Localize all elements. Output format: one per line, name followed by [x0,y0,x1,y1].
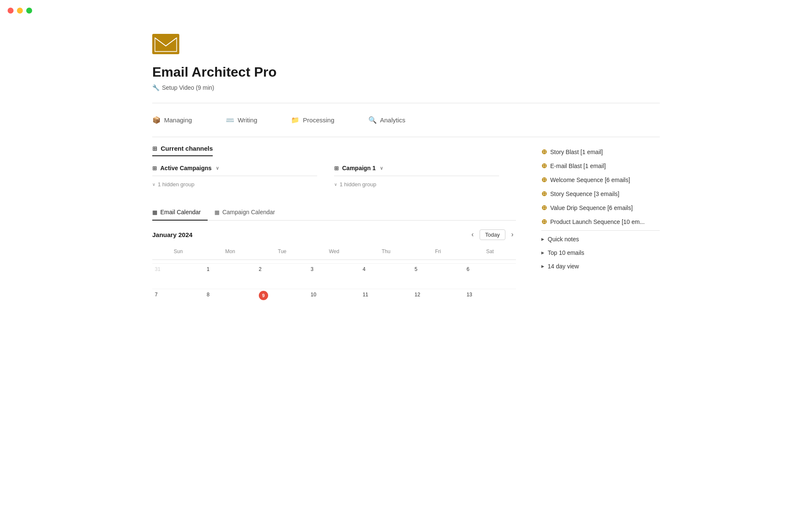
cal-day-13[interactable]: 13 [464,289,516,314]
day-thu: Thu [360,247,412,256]
campaign1-title[interactable]: ⊞ Campaign 1 ∨ [334,165,499,176]
campaign1-icon: ⊞ [334,165,339,171]
channels-icon: ⊞ [152,145,157,152]
current-channels-label: Current channels [161,145,213,152]
day-sun: Sun [152,247,204,256]
day-wed: Wed [308,247,360,256]
day-fri: Fri [412,247,464,256]
sequence-story[interactable]: ⊕ Story Sequence [3 emails] [541,187,660,201]
sequence-welcome-label: Welcome Sequence [6 emails] [550,177,630,183]
calendar-tabs: ▦ Email Calendar ▦ Campaign Calendar [152,204,516,221]
plus-icon-1: ⊕ [541,162,547,170]
campaign1-hidden-chevron: ∨ [334,182,337,187]
current-channels-header: ⊞ Current channels [152,145,213,156]
analytics-icon: 🔍 [368,116,377,124]
top-emails-label: Top 10 emails [548,249,584,256]
expandable-14-day[interactable]: ▶ 14 day view [541,260,660,273]
active-campaigns-hidden-group[interactable]: ∨ 1 hidden group [152,181,317,188]
sequence-story-blast[interactable]: ⊕ Story Blast [1 email] [541,145,660,159]
cal-day-7[interactable]: 7 [152,289,204,314]
prev-month-button[interactable]: ‹ [469,229,476,240]
sequence-welcome[interactable]: ⊕ Welcome Sequence [6 emails] [541,173,660,187]
tab-processing-label: Processing [303,116,334,124]
active-campaigns-title[interactable]: ⊞ Active Campaigns ∨ [152,165,317,176]
campaign1-chevron: ∨ [380,166,383,171]
cal-day-dec31: 31 [152,263,204,289]
cal-day-3[interactable]: 3 [308,263,360,289]
app-title: Email Architect Pro [152,64,660,80]
cal-day-10[interactable]: 10 [308,289,360,314]
tab-analytics-label: Analytics [380,116,406,124]
window-controls [8,8,32,14]
main-content: Email Architect Pro 🔧 Setup Video (9 min… [110,0,702,340]
sequence-product-launch[interactable]: ⊕ Product Launch Sequence [10 em... [541,215,660,229]
calendar-section: ▦ Email Calendar ▦ Campaign Calendar Jan… [152,204,516,314]
cal-day-5[interactable]: 5 [412,263,464,289]
cal-day-8[interactable]: 8 [204,289,256,314]
expandable-quick-notes[interactable]: ▶ Quick notes [541,232,660,246]
cal-day-1[interactable]: 1 [204,263,256,289]
active-campaigns-chevron: ∨ [216,166,219,171]
left-col: ⊞ Current channels ⊞ Active Campaigns ∨ … [152,145,516,314]
campaign-cal-icon: ▦ [214,209,219,215]
calendar-grid: 31 1 2 3 4 5 6 7 8 9 10 11 12 13 [152,263,516,314]
plus-icon-3: ⊕ [541,190,547,198]
plus-icon-2: ⊕ [541,176,547,184]
tab-campaign-calendar[interactable]: ▦ Campaign Calendar [214,204,282,221]
campaign1-block: ⊞ Campaign 1 ∨ ∨ 1 hidden group [334,165,516,188]
today-button[interactable]: Today [480,229,505,240]
email-cal-icon: ▦ [152,209,157,215]
cal-day-6[interactable]: 6 [464,263,516,289]
minimize-button[interactable] [17,8,23,14]
nav-divider [152,137,660,137]
tab-writing[interactable]: ⌨️ Writing [226,111,257,129]
campaign1-hidden-label: 1 hidden group [340,181,376,188]
sequence-value-drip[interactable]: ⊕ Value Drip Sequence [6 emails] [541,201,660,215]
right-col: ⊕ Story Blast [1 email] ⊕ E-mail Blast [… [516,145,660,314]
two-col-layout: ⊞ Current channels ⊞ Active Campaigns ∨ … [152,145,660,314]
tab-managing[interactable]: 📦 Managing [152,111,192,129]
expandable-top-emails[interactable]: ▶ Top 10 emails [541,246,660,260]
next-month-button[interactable]: › [509,229,516,240]
sidebar-divider [541,230,660,231]
campaign1-hidden-group[interactable]: ∨ 1 hidden group [334,181,499,188]
active-campaigns-hidden-label: 1 hidden group [158,181,195,188]
hidden-group-chevron: ∨ [152,182,155,187]
calendar-nav: ‹ Today › [469,229,516,240]
sequence-story-label: Story Sequence [3 emails] [550,190,619,197]
calendar-header: January 2024 ‹ Today › [152,229,516,240]
day-tue: Tue [256,247,308,256]
tab-writing-label: Writing [238,116,257,124]
plus-icon-5: ⊕ [541,218,547,226]
tab-analytics[interactable]: 🔍 Analytics [368,111,406,129]
cal-day-11[interactable]: 11 [360,289,412,314]
sequence-value-drip-label: Value Drip Sequence [6 emails] [550,204,633,211]
cal-day-2[interactable]: 2 [256,263,308,289]
processing-icon: 📁 [291,116,299,124]
managing-icon: 📦 [152,116,161,124]
maximize-button[interactable] [26,8,32,14]
tab-managing-label: Managing [164,116,192,124]
campaign-calendar-label: Campaign Calendar [222,209,275,215]
cal-day-4[interactable]: 4 [360,263,412,289]
app-icon [152,34,660,64]
close-button[interactable] [8,8,14,14]
calendar-days-header: Sun Mon Tue Wed Thu Fri Sat [152,247,516,260]
plus-icon-0: ⊕ [541,148,547,156]
setup-video-link[interactable]: 🔧 Setup Video (9 min) [152,84,660,91]
wrench-icon: 🔧 [152,84,159,91]
tab-email-calendar[interactable]: ▦ Email Calendar [152,204,208,221]
active-campaigns-block: ⊞ Active Campaigns ∨ ∨ 1 hidden group [152,165,334,188]
tri-icon-0: ▶ [541,237,544,241]
email-calendar-label: Email Calendar [160,209,201,215]
day-mon: Mon [204,247,256,256]
calendar-month: January 2024 [152,231,192,238]
cal-day-9-today[interactable]: 9 [256,289,308,314]
setup-video-label: Setup Video (9 min) [162,84,214,91]
14-day-label: 14 day view [548,263,579,270]
cal-day-12[interactable]: 12 [412,289,464,314]
campaigns-row: ⊞ Active Campaigns ∨ ∨ 1 hidden group ⊞ … [152,165,516,188]
tab-processing[interactable]: 📁 Processing [291,111,334,129]
sequence-email-blast[interactable]: ⊕ E-mail Blast [1 email] [541,159,660,173]
today-marker: 9 [259,291,268,300]
